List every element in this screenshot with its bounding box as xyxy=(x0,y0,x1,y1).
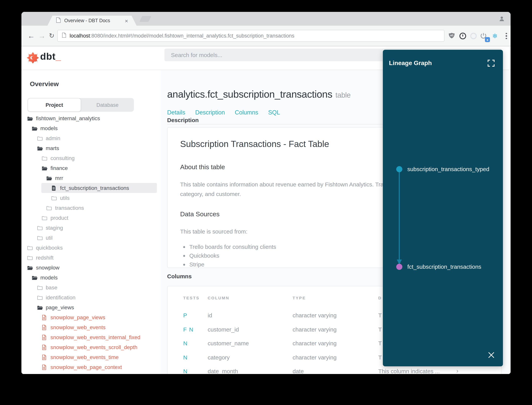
folder-open-icon xyxy=(27,265,33,270)
url-text: localhost:8080/index.html#!/model/model.… xyxy=(70,33,294,39)
tree-item-base[interactable]: base xyxy=(21,283,161,292)
file-outline-icon xyxy=(42,334,47,340)
lineage-edge-arrow xyxy=(395,172,403,268)
tree-item-label: snowplow_web_page_context xyxy=(51,364,122,370)
cell-description: T xyxy=(378,340,382,346)
svg-text:uO: uO xyxy=(450,34,453,37)
file-solid-icon xyxy=(51,185,57,191)
tree-item-consulting[interactable]: consulting xyxy=(21,153,161,163)
tree-item-models[interactable]: models xyxy=(21,273,161,283)
node-label: subscription_transactions_typed xyxy=(407,166,489,172)
back-button[interactable]: ← xyxy=(27,32,35,40)
file-outline-icon xyxy=(42,344,47,350)
tree-item-finance[interactable]: finance xyxy=(21,163,161,173)
lineage-node-current[interactable]: fct_subscription_transactions xyxy=(396,263,481,270)
tree-item-label: consulting xyxy=(51,155,75,161)
fullscreen-expand-icon[interactable] xyxy=(488,60,494,67)
reload-button[interactable]: ↻ xyxy=(49,32,54,40)
tree-item-transactions[interactable]: transactions xyxy=(21,203,161,213)
tree-item-label: finance xyxy=(51,165,68,171)
model-nav-sql[interactable]: SQL xyxy=(268,109,280,116)
tree-item-label: models xyxy=(40,275,58,281)
tab-project[interactable]: Project xyxy=(27,98,81,112)
lineage-title: Lineage Graph xyxy=(389,60,432,67)
row-expand-chevron-icon[interactable]: › xyxy=(456,367,458,374)
tree-item-label: snowplow_web_events xyxy=(51,324,105,330)
logo-underscore: _ xyxy=(56,51,61,62)
tree-item-mrr[interactable]: mrr xyxy=(21,173,161,183)
forward-button[interactable]: → xyxy=(38,32,46,40)
search-placeholder: Search for models... xyxy=(171,52,222,58)
tree-item-identification[interactable]: identification xyxy=(21,292,161,302)
browser-tab-strip: Overview - DBT Docs × xyxy=(21,12,511,26)
dbt-logo-icon[interactable] xyxy=(27,52,39,66)
lineage-node-upstream[interactable]: subscription_transactions_typed xyxy=(396,166,489,172)
folder-open-icon xyxy=(37,145,43,151)
tree-item-staging[interactable]: staging xyxy=(21,223,161,233)
extension-circle-icon[interactable] xyxy=(470,32,477,40)
tab-database[interactable]: Database xyxy=(81,98,134,112)
ublock-shield-icon[interactable]: uO xyxy=(448,32,455,40)
file-outline-icon xyxy=(42,324,47,330)
cell-column: category xyxy=(208,354,230,360)
folder-icon xyxy=(37,135,43,141)
tree-item-snowplow_web_events_internal_fixed[interactable]: snowplow_web_events_internal_fixed xyxy=(21,332,161,342)
sidebar-tab-switcher: Project Database xyxy=(27,98,134,112)
tree-item-admin[interactable]: admin xyxy=(21,133,161,143)
browser-menu-icon[interactable] xyxy=(503,32,510,40)
tree-item-models[interactable]: models xyxy=(21,123,161,133)
tree-item-label: utils xyxy=(60,195,70,201)
tree-item-label: identification xyxy=(46,294,76,301)
col-header-column: COLUMN xyxy=(208,296,230,300)
tree-item-snowplow[interactable]: snowplow xyxy=(21,263,161,273)
tree-item-util[interactable]: util xyxy=(21,233,161,243)
cell-column: customer_name xyxy=(208,340,249,346)
tree-item-label: snowplow_web_events_internal_fixed xyxy=(51,334,140,340)
snowflake-extension-icon[interactable]: ❄ xyxy=(491,32,499,40)
tree-item-quickbooks[interactable]: quickbooks xyxy=(21,243,161,253)
tree-item-snowplow_web_events[interactable]: snowplow_web_events xyxy=(21,322,161,332)
tree-item-snowplow_web_events_time[interactable]: snowplow_web_events_time xyxy=(21,352,161,362)
browser-profile-icon[interactable] xyxy=(498,15,505,24)
col-header-tests: TESTS xyxy=(183,296,200,300)
lineage-close-icon[interactable] xyxy=(488,352,494,358)
resource-type-badge: table xyxy=(335,91,350,99)
model-nav-columns[interactable]: Columns xyxy=(235,109,258,116)
folder-icon xyxy=(37,295,43,300)
overview-link[interactable]: Overview xyxy=(30,80,59,88)
tree-item-label: snowplow xyxy=(36,264,59,271)
power-extension-icon[interactable]: x xyxy=(479,32,487,40)
tree-item-label: models xyxy=(40,125,58,131)
tree-item-marts[interactable]: marts xyxy=(21,143,161,153)
tree-item-label: staging xyxy=(46,225,63,231)
tree-item-fishtown_internal_analytics[interactable]: fishtown_internal_analytics xyxy=(21,113,161,123)
tab-close-icon[interactable]: × xyxy=(125,18,128,24)
url-host: localhost xyxy=(70,33,90,39)
tree-item-snowplow_web_page_context[interactable]: snowplow_web_page_context xyxy=(21,362,161,372)
onepassword-icon[interactable] xyxy=(459,32,466,40)
cell-tests: P xyxy=(183,312,187,318)
tree-item-product[interactable]: product xyxy=(21,213,161,223)
tab-title: Overview - DBT Docs xyxy=(64,18,122,23)
cell-column: date_month xyxy=(208,368,238,374)
tree-item-label: marts xyxy=(46,145,59,151)
tree-item-redshift[interactable]: redshift xyxy=(21,253,161,263)
tree-item-fct_subscription_transactions[interactable]: fct_subscription_transactions xyxy=(21,183,161,193)
url-bar[interactable]: localhost:8080/index.html#!/model/model.… xyxy=(57,30,444,42)
page-title: analytics.fct_subscription_transactionst… xyxy=(167,88,350,100)
browser-tab[interactable]: Overview - DBT Docs × xyxy=(47,16,137,26)
node-label: fct_subscription_transactions xyxy=(407,263,481,270)
folder-icon xyxy=(27,245,33,250)
cell-type: character varying xyxy=(293,326,336,332)
tree-item-snowplow_page_views[interactable]: snowplow_page_views xyxy=(21,312,161,322)
model-nav-details[interactable]: Details xyxy=(167,109,185,116)
model-nav-description[interactable]: Description xyxy=(195,109,225,116)
tree-item-utils[interactable]: utils xyxy=(21,193,161,203)
new-tab-button[interactable] xyxy=(139,16,151,22)
tree-item-page_views[interactable]: page_views xyxy=(21,302,161,312)
columns-section-label: Columns xyxy=(167,273,192,279)
lineage-graph-panel: Lineage Graph subscription_transactions_… xyxy=(383,50,503,366)
folder-open-icon xyxy=(32,125,37,131)
tree-item-snowplow_web_events_scroll_depth[interactable]: snowplow_web_events_scroll_depth xyxy=(21,342,161,352)
node-dot-cyan xyxy=(396,166,402,172)
